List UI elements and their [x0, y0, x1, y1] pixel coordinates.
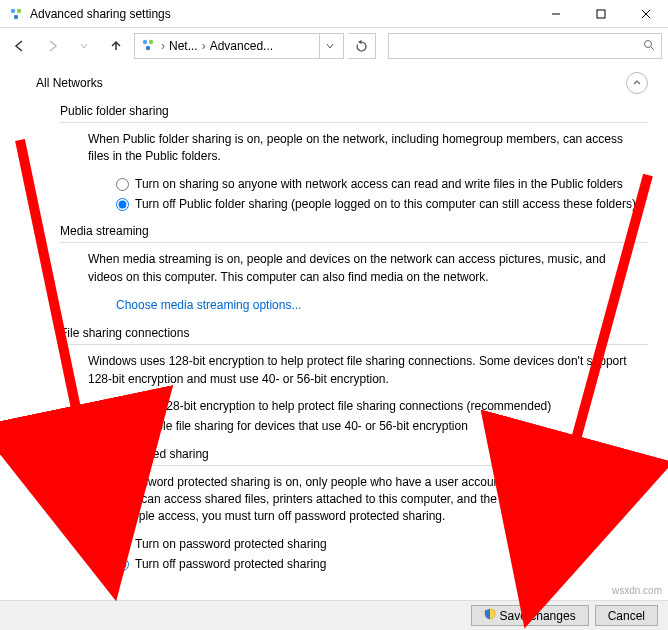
titlebar: Advanced sharing settings [0, 0, 668, 28]
svg-point-2 [14, 14, 18, 18]
search-box[interactable] [388, 33, 662, 59]
radio-input[interactable] [116, 400, 129, 413]
section-heading: Password protected sharing [60, 447, 209, 461]
chevron-right-icon: › [159, 39, 167, 53]
option-label: Use 128-bit encryption to help protect f… [135, 398, 551, 415]
chevron-right-icon: › [200, 39, 208, 53]
cancel-button[interactable]: Cancel [595, 605, 658, 626]
svg-line-11 [651, 47, 654, 50]
section-media-streaming: Media streaming [60, 224, 648, 243]
public-folder-off-option[interactable]: Turn off Public folder sharing (people l… [116, 196, 648, 213]
option-label: Enable file sharing for devices that use… [135, 418, 468, 435]
radio-input[interactable] [116, 558, 129, 571]
svg-point-10 [645, 40, 652, 47]
section-heading: Public folder sharing [60, 104, 169, 118]
section-file-sharing: File sharing connections [60, 326, 648, 345]
button-bar: Save changes Cancel [0, 600, 668, 630]
radio-input[interactable] [116, 198, 129, 211]
svg-point-1 [17, 8, 21, 12]
save-label: Save changes [500, 609, 576, 623]
radio-input[interactable] [116, 538, 129, 551]
breadcrumb-part[interactable]: Advanced... [210, 39, 273, 53]
password-desc: When password protected sharing is on, o… [88, 474, 628, 526]
back-button[interactable] [6, 33, 34, 59]
media-options-link[interactable]: Choose media streaming options... [116, 298, 301, 312]
navbar: › Net... › Advanced... [0, 28, 668, 64]
file-sharing-desc: Windows uses 128-bit encryption to help … [88, 353, 628, 388]
section-password-sharing: Password protected sharing [60, 447, 648, 466]
breadcrumb-part[interactable]: Net... [169, 39, 198, 53]
radio-input[interactable] [116, 420, 129, 433]
collapse-icon[interactable] [626, 72, 648, 94]
media-desc: When media streaming is on, people and d… [88, 251, 628, 286]
content-pane: All Networks Public folder sharing When … [0, 64, 668, 600]
encryption-40-option[interactable]: Enable file sharing for devices that use… [116, 418, 648, 435]
svg-point-9 [146, 45, 150, 49]
svg-point-0 [11, 8, 15, 12]
public-folder-desc: When Public folder sharing is on, people… [88, 131, 628, 166]
watermark: wsxdn.com [612, 585, 662, 596]
up-button[interactable] [102, 33, 130, 59]
option-label: Turn off Public folder sharing (people l… [135, 196, 636, 213]
close-button[interactable] [623, 0, 668, 28]
radio-input[interactable] [116, 178, 129, 191]
forward-button[interactable] [38, 33, 66, 59]
shield-icon [484, 608, 496, 623]
section-heading: Media streaming [60, 224, 149, 238]
breadcrumb[interactable]: › Net... › Advanced... [134, 33, 344, 59]
profile-label: All Networks [36, 76, 103, 90]
section-heading: File sharing connections [60, 326, 189, 340]
search-input[interactable] [395, 38, 643, 54]
public-folder-on-option[interactable]: Turn on sharing so anyone with network a… [116, 176, 648, 193]
search-icon[interactable] [643, 39, 655, 54]
option-label: Turn on password protected sharing [135, 536, 327, 553]
cancel-label: Cancel [608, 609, 645, 623]
password-on-option[interactable]: Turn on password protected sharing [116, 536, 648, 553]
save-button[interactable]: Save changes [471, 605, 589, 626]
maximize-button[interactable] [578, 0, 623, 28]
recent-dropdown[interactable] [70, 33, 98, 59]
encryption-128-option[interactable]: Use 128-bit encryption to help protect f… [116, 398, 648, 415]
minimize-button[interactable] [533, 0, 578, 28]
password-off-option[interactable]: Turn off password protected sharing [116, 556, 648, 573]
network-icon [141, 38, 155, 55]
option-label: Turn on sharing so anyone with network a… [135, 176, 623, 193]
section-public-folder: Public folder sharing [60, 104, 648, 123]
option-label: Turn off password protected sharing [135, 556, 326, 573]
profile-header[interactable]: All Networks [36, 70, 648, 104]
breadcrumb-dropdown[interactable] [319, 34, 339, 58]
network-icon [8, 6, 24, 22]
svg-rect-4 [597, 10, 605, 18]
window-title: Advanced sharing settings [30, 7, 533, 21]
svg-point-8 [149, 39, 153, 43]
refresh-button[interactable] [348, 33, 376, 59]
svg-point-7 [143, 39, 147, 43]
